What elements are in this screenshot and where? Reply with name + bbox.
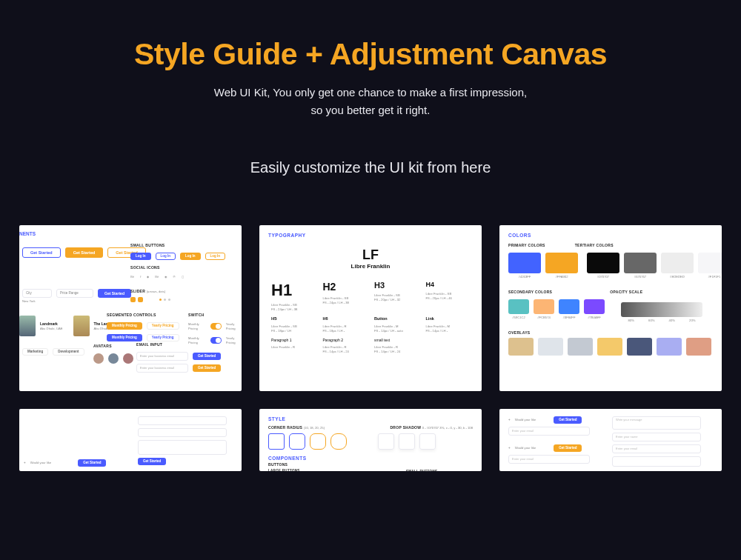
smalltext-sample: small text [374,338,419,342]
get-started-button[interactable]: Get Started [554,416,582,424]
color-swatch [587,253,619,273]
link-sample: Link [426,316,471,321]
email-input[interactable]: Enter your email [508,427,590,436]
h6-meta: Libre Franklin - R FS - 18px / LH - [323,324,368,333]
h2-sample: H2 [323,281,368,293]
color-hex: #F1F1F1 [708,275,721,279]
pinterest-icon[interactable]: ℗ [173,275,176,279]
email-input[interactable] [138,428,227,437]
p2-sample: Paragraph 2 [323,338,368,342]
opacity-scale: 80%60%40%20% [621,302,702,317]
color-swatch [624,253,657,273]
slider-arrow-prev-icon[interactable] [130,297,136,302]
email-input-label: EMAIL INPUT [136,342,221,347]
avatar [93,353,104,364]
name-input[interactable] [138,416,227,425]
login-button[interactable]: Log In [205,253,226,260]
radius-sample [310,433,326,450]
h3-sample: H3 [374,281,419,290]
price-select[interactable]: Price Range [56,289,93,298]
slider-dot[interactable] [168,299,170,301]
avatars-label: AVATARS [93,344,133,348]
add-field-label[interactable]: Would your like [30,461,52,465]
location-text: New York [22,299,36,304]
radius-sample [268,433,285,450]
hero-subtitle: Web UI Kit, You only get one chance to m… [44,84,697,119]
components-heading-partial: NENTS [19,231,36,237]
h1-sample: H1 [271,281,316,300]
behance-icon[interactable]: Bē [155,275,159,279]
tag-development[interactable]: Development [53,348,84,356]
login-button[interactable]: Log In [156,253,176,260]
get-started-button[interactable]: Get Started [193,364,221,372]
switch-text: Yearly Pricing [226,336,242,345]
login-button[interactable]: Log In [180,253,201,260]
pricing-toggle[interactable] [210,323,222,330]
message-input[interactable] [612,456,701,467]
get-started-button[interactable]: Get Started [138,458,166,465]
segment-monthly[interactable]: Monthly Pricing [107,334,142,341]
name-input[interactable]: Enter your name [612,433,701,441]
tag-marketing[interactable]: Marketing [22,348,48,356]
slider-dot[interactable] [159,299,162,301]
radius-sample [330,433,347,450]
overlays-label: OVERLAYS [508,330,713,335]
get-started-button[interactable]: Get Started [193,353,221,360]
corner-radius-values: (10, 18, 20, 25) [304,426,325,430]
h2-meta: Libre Franklin - SB FS - 24px / LH - 38 [323,296,368,305]
secondary-colors-label: SECONDARY COLORS [508,290,552,294]
opacity-value: 60% [648,319,654,323]
card-components: NENTS Get Started Get Started Get Starte… [19,225,242,391]
color-hex: #676767 [634,275,646,279]
color-hex: #59C1C2 [512,316,525,320]
typography-heading: TYPOGRAPHY [259,225,482,243]
shadow-sample [399,433,415,450]
color-hex: #7B4AFF [588,316,601,320]
small-buttons-label: SMALL BUTTONS [406,470,473,471]
facebook-icon[interactable]: f [140,275,141,279]
email-input[interactable]: Enter your email [612,444,701,453]
overlay-swatch [538,338,563,356]
dribbble-icon[interactable]: ◉ [165,275,167,279]
get-started-button[interactable]: Get Started [554,444,582,452]
email-input[interactable]: Enter your business email [136,364,188,373]
instagram-icon[interactable]: ◻ [182,275,184,279]
segment-monthly[interactable]: Monthly Pricing [107,322,142,330]
behance-icon[interactable]: Bē [130,275,134,279]
color-swatch [698,253,722,273]
city-select[interactable]: City [22,289,52,298]
get-started-button[interactable]: Get Started [98,289,131,298]
add-field-label[interactable]: Would your like [515,418,536,422]
email-input[interactable]: Enter your business email [136,352,188,361]
link-meta: Libre Franklin - M FS - 14px / LH - [426,324,471,333]
get-started-button[interactable]: Get Started [78,459,106,467]
switch-label: SWITCH [188,313,242,317]
color-swatch [508,299,529,314]
get-started-button[interactable]: Get Started [22,247,61,258]
card-forms-blue: Get Started + Would your like Get Starte… [19,409,242,471]
preview-grid: NENTS Get Started Get Started Get Starte… [0,199,741,471]
small-buttons-label: SMALL BUTTONS [130,243,225,247]
slider-arrow-next-icon[interactable] [138,297,143,302]
card-typography: TYPOGRAPHY LF Libre Franklin H1Libre Fra… [259,225,482,391]
slider-note: (arrows, dots) [147,290,166,293]
segment-yearly[interactable]: Yearly Pricing [147,334,179,341]
slider-label: SLIDER [130,289,145,293]
slider-dot[interactable] [164,299,166,301]
radius-sample [289,433,305,450]
message-input[interactable] [138,440,227,455]
add-field-label[interactable]: Would your like [515,446,536,450]
opacity-value: 40% [669,319,675,323]
twitter-icon[interactable]: ◆ [147,275,149,279]
login-button[interactable]: Log In [130,253,151,260]
h1-meta: Libre Franklin - SB FS - 24px / LH - 38 [271,303,316,312]
segment-yearly[interactable]: Yearly Pricing [147,322,179,330]
color-swatch [508,253,541,273]
email-input[interactable]: Enter your email [508,455,590,464]
components-heading: COMPONENTS [268,450,473,463]
message-input[interactable]: Write your message [612,416,701,430]
color-hex: #FCB574 [537,316,551,320]
get-started-button[interactable]: Get Started [65,247,104,258]
h3-meta: Libre Franklin - SB FS - 20px / LH - 32 [374,293,419,302]
card-style: STYLE CORNER RADIUS (10, 18, 20, 25) DRO… [259,409,482,471]
